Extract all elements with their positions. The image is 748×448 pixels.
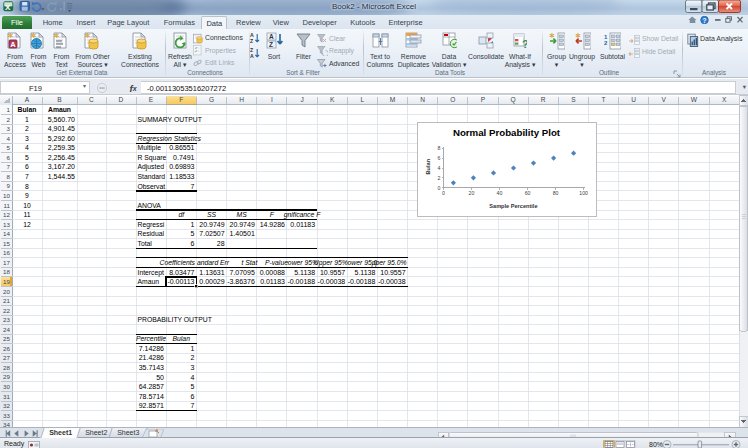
svg-text:6: 6: [191, 240, 195, 247]
svg-text:60: 60: [525, 190, 531, 196]
svg-text:0: 0: [442, 190, 445, 196]
svg-text:5: 5: [191, 230, 195, 237]
svg-text:7: 7: [191, 183, 195, 190]
svg-text:4: 4: [25, 144, 29, 151]
svg-text:2: 2: [604, 40, 608, 46]
svg-text:6: 6: [25, 163, 29, 170]
svg-text:-0.00188: -0.00188: [348, 278, 376, 285]
svg-text:17: 17: [3, 259, 10, 266]
svg-text:7.14286: 7.14286: [139, 345, 164, 352]
svg-text:7: 7: [191, 402, 195, 409]
svg-text:A: A: [25, 96, 30, 103]
svg-text:8: 8: [438, 145, 441, 151]
svg-text:H: H: [239, 96, 244, 103]
svg-text:t Stat: t Stat: [241, 259, 258, 266]
svg-text:23: 23: [3, 316, 10, 323]
svg-text:28: 28: [3, 364, 10, 371]
svg-text:B: B: [57, 96, 62, 103]
svg-text:Standard: Standard: [138, 173, 166, 180]
svg-text:2: 2: [438, 175, 441, 181]
svg-text:64.2857: 64.2857: [139, 383, 164, 390]
svg-text:33: 33: [3, 412, 10, 419]
svg-text:8: 8: [7, 173, 11, 180]
svg-text:Residual: Residual: [138, 230, 165, 237]
svg-text:5: 5: [191, 383, 195, 390]
svg-text:16: 16: [3, 249, 10, 256]
svg-text:10.9557: 10.9557: [320, 269, 345, 276]
svg-text:Total: Total: [138, 240, 153, 247]
svg-text:3: 3: [7, 125, 11, 132]
svg-text:1: 1: [25, 116, 29, 123]
svg-text:U: U: [631, 96, 636, 103]
svg-text:26: 26: [3, 345, 10, 352]
svg-text:20.9749: 20.9749: [199, 221, 224, 228]
svg-text:1: 1: [191, 345, 195, 352]
svg-text:0.00088: 0.00088: [260, 269, 285, 276]
svg-text:1.13631: 1.13631: [199, 269, 224, 276]
svg-text:1: 1: [191, 221, 195, 228]
svg-text:6: 6: [7, 154, 11, 161]
svg-text:Z: Z: [269, 41, 273, 48]
svg-text:14: 14: [3, 230, 10, 237]
svg-text:F: F: [179, 96, 183, 103]
svg-text:6: 6: [438, 155, 441, 161]
svg-text:3: 3: [191, 364, 195, 371]
svg-text:ANOVA: ANOVA: [138, 202, 162, 209]
svg-text:R Square: R Square: [138, 154, 167, 162]
svg-text:P-value: P-value: [265, 259, 288, 266]
svg-text:O: O: [450, 96, 455, 103]
svg-text:11: 11: [23, 211, 30, 218]
svg-text:4: 4: [7, 135, 11, 142]
svg-text:✶: ✶: [54, 32, 60, 39]
svg-text:Bulan: Bulan: [425, 158, 431, 174]
svg-text:0.7491: 0.7491: [173, 154, 195, 161]
svg-text:8: 8: [25, 183, 29, 190]
svg-text:J: J: [300, 96, 303, 103]
svg-text:3: 3: [25, 135, 29, 142]
svg-text:Observat: Observat: [138, 183, 166, 190]
svg-text:✶: ✶: [549, 32, 555, 39]
svg-text:E: E: [149, 96, 154, 103]
svg-text:5: 5: [25, 154, 29, 161]
svg-text:32: 32: [3, 402, 10, 409]
svg-text:?: ?: [703, 16, 707, 23]
svg-text:✶: ✶: [31, 32, 37, 39]
svg-text:11: 11: [4, 202, 11, 209]
svg-text:✶: ✶: [575, 32, 581, 39]
svg-text:pper 95.0%: pper 95.0%: [371, 259, 407, 267]
svg-text:S: S: [571, 96, 576, 103]
svg-text:gnificance F: gnificance F: [284, 211, 321, 219]
svg-text:I: I: [271, 96, 273, 103]
svg-text:0.69893: 0.69893: [169, 163, 194, 170]
svg-text:1: 1: [7, 106, 11, 113]
svg-text:9: 9: [7, 182, 11, 189]
svg-text:19: 19: [3, 278, 10, 285]
svg-text:29: 29: [3, 373, 10, 380]
svg-text:D: D: [119, 96, 124, 103]
svg-text:4: 4: [191, 374, 195, 381]
svg-text:2: 2: [25, 125, 29, 132]
svg-text:C: C: [89, 96, 94, 103]
svg-text:8.03477: 8.03477: [169, 269, 194, 276]
svg-text:5.1138: 5.1138: [355, 269, 376, 276]
svg-text:V: V: [662, 96, 667, 103]
svg-text:M: M: [390, 96, 396, 103]
svg-text:27: 27: [3, 354, 10, 361]
svg-text:-3.86376: -3.86376: [227, 278, 255, 285]
svg-text:30: 30: [3, 383, 10, 390]
svg-text:78.5714: 78.5714: [139, 393, 164, 400]
svg-text:5,560.70: 5,560.70: [48, 116, 75, 123]
svg-text:13: 13: [3, 221, 10, 228]
svg-text:12: 12: [23, 221, 31, 228]
svg-text:9: 9: [25, 192, 29, 199]
svg-text:5.1138: 5.1138: [294, 269, 315, 276]
svg-text:0.01183: 0.01183: [290, 221, 315, 228]
svg-text:2,256.45: 2,256.45: [48, 154, 75, 161]
svg-text:Intercept: Intercept: [138, 269, 165, 277]
svg-text:Z: Z: [250, 38, 254, 44]
svg-text:Amaun: Amaun: [138, 278, 160, 285]
svg-text:10: 10: [23, 202, 31, 209]
svg-text:21: 21: [3, 297, 10, 304]
svg-text:80%: 80%: [649, 441, 663, 448]
svg-text:N: N: [420, 96, 425, 103]
